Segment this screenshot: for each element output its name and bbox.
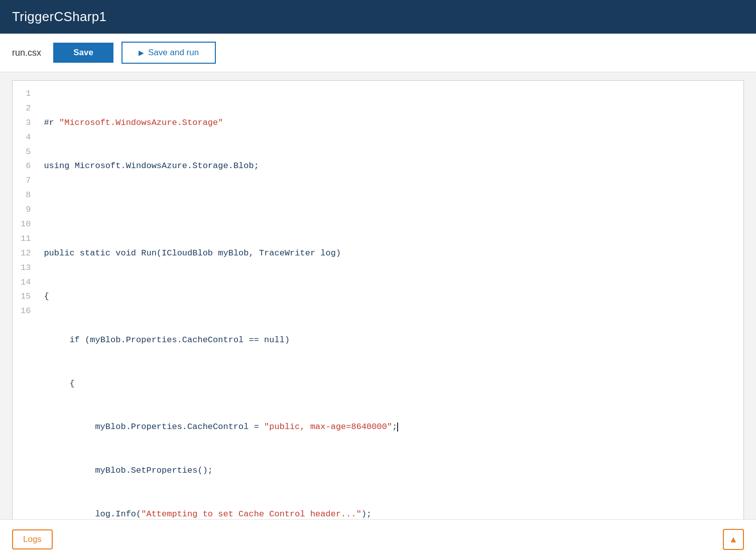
page-header: TriggerCSharp1 [0,0,756,34]
play-icon: ▶ [139,49,144,57]
code-content[interactable]: #r "Microsoft.WindowsAzure.Storage" usin… [36,87,743,559]
file-name: run.csx [12,48,41,58]
code-line-1: #r "Microsoft.WindowsAzure.Storage" [44,116,735,130]
code-line-7: { [44,377,735,391]
bottom-panel: Logs ▲ [0,519,756,559]
code-line-4: public static void Run(ICloudBlob myBlob… [44,246,735,261]
code-line-9: myBlob.SetProperties(); [44,464,735,478]
expand-button[interactable]: ▲ [723,529,744,550]
code-line-8: myBlob.Properties.CacheControl = "public… [44,420,735,435]
toolbar: run.csx Save ▶ Save and run [0,34,756,72]
code-line-2: using Microsoft.WindowsAzure.Storage.Blo… [44,159,735,174]
line-numbers: 1 2 3 4 5 6 7 8 9 10 11 12 13 14 15 16 [13,87,36,559]
expand-icon: ▲ [729,534,738,545]
page-title: TriggerCSharp1 [12,9,106,24]
save-and-run-button[interactable]: ▶ Save and run [121,42,216,64]
logs-button[interactable]: Logs [12,529,53,549]
code-area: 1 2 3 4 5 6 7 8 9 10 11 12 13 14 15 16 #… [13,81,743,559]
code-editor[interactable]: 1 2 3 4 5 6 7 8 9 10 11 12 13 14 15 16 #… [12,80,744,559]
code-line-6: if (myBlob.Properties.CacheControl == nu… [44,333,735,348]
save-button[interactable]: Save [53,43,113,63]
save-and-run-label: Save and run [148,48,199,58]
code-line-5: { [44,290,735,304]
code-line-3 [44,203,735,217]
